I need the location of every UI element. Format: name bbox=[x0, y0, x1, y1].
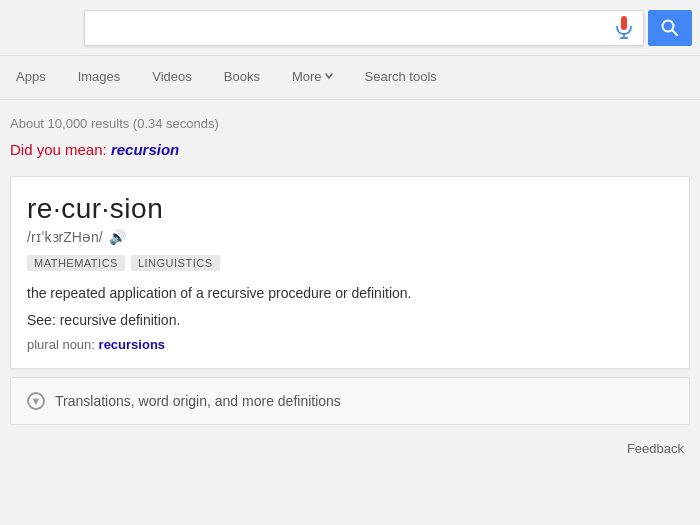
more-def-text: Translations, word origin, and more defi… bbox=[55, 393, 341, 409]
tab-images[interactable]: Images bbox=[62, 56, 137, 100]
search-bar-container: recursion bbox=[0, 0, 700, 56]
feedback-link[interactable]: Feedback bbox=[627, 441, 684, 456]
results-stats: About 10,000 results (0.34 seconds) bbox=[0, 108, 700, 139]
svg-line-4 bbox=[672, 30, 677, 35]
speaker-icon[interactable]: 🔊 bbox=[109, 229, 125, 245]
tag-linguistics: LINGUISTICS bbox=[131, 255, 220, 271]
feedback-row: Feedback bbox=[0, 433, 700, 464]
mic-icon bbox=[615, 16, 633, 40]
definition-text-1: the repeated application of a recursive … bbox=[27, 283, 673, 304]
word-title: re·cur·sion bbox=[27, 193, 673, 225]
tab-apps[interactable]: Apps bbox=[0, 56, 62, 100]
word-pronunciation: /rɪˈkɜrZHən/ 🔊 bbox=[27, 229, 673, 245]
results-container: About 10,000 results (0.34 seconds) Did … bbox=[0, 100, 700, 472]
nav-tabs: Apps Images Videos Books More Search too… bbox=[0, 56, 700, 100]
search-input-wrapper: recursion bbox=[84, 10, 644, 46]
tag-mathematics: MATHEMATICS bbox=[27, 255, 125, 271]
tab-more[interactable]: More bbox=[276, 56, 349, 100]
mic-button[interactable] bbox=[605, 16, 643, 40]
did-you-mean: Did you mean: recursion bbox=[0, 139, 700, 168]
chevron-down-icon bbox=[325, 72, 333, 80]
more-def-icon: ▼ bbox=[27, 392, 45, 410]
plural-label: plural noun: recursions bbox=[27, 337, 673, 352]
tab-videos[interactable]: Videos bbox=[136, 56, 208, 100]
tags-row: MATHEMATICS LINGUISTICS bbox=[27, 255, 673, 271]
search-input[interactable]: recursion bbox=[85, 19, 605, 37]
more-definitions-row[interactable]: ▼ Translations, word origin, and more de… bbox=[10, 377, 690, 425]
tab-books[interactable]: Books bbox=[208, 56, 276, 100]
search-icon bbox=[661, 19, 679, 37]
plural-word-link[interactable]: recursions bbox=[99, 337, 165, 352]
svg-rect-0 bbox=[621, 16, 627, 30]
did-you-mean-label: Did you mean: bbox=[10, 141, 111, 158]
search-button[interactable] bbox=[648, 10, 692, 46]
definition-text-2: See: recursive definition. bbox=[27, 310, 673, 331]
did-you-mean-link[interactable]: recursion bbox=[111, 141, 179, 158]
definition-card: re·cur·sion /rɪˈkɜrZHən/ 🔊 MATHEMATICS L… bbox=[10, 176, 690, 369]
tab-search-tools[interactable]: Search tools bbox=[349, 56, 453, 100]
